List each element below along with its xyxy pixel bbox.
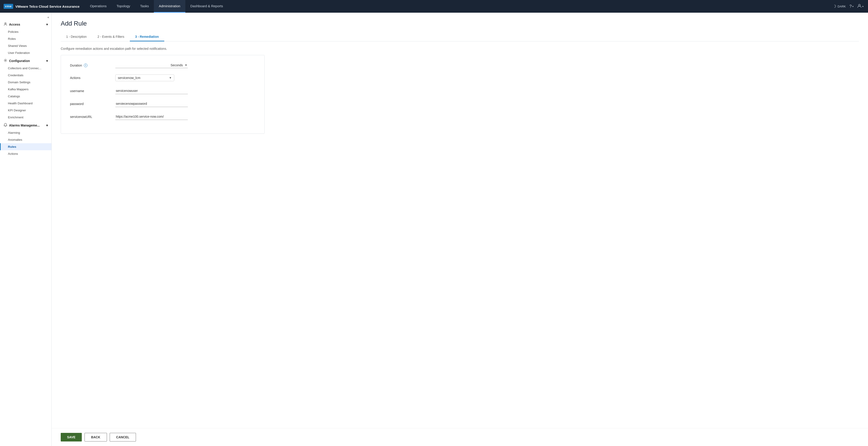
top-nav: vmw VMware Telco Cloud Service Assurance… [0,0,868,13]
tab-remediation[interactable]: 3 - Remediation [130,33,164,41]
sidebar-item-actions[interactable]: Actions [0,150,52,157]
sidebar-item-kafka-mappers[interactable]: Kafka Mappers [0,86,52,93]
password-row: password [70,100,255,107]
nav-operations[interactable]: Operations [85,0,112,13]
sidebar-item-kpi-designer[interactable]: KPI Designer [0,107,52,114]
sidebar-item-shared-views[interactable]: Shared Views [0,42,52,49]
app-title: VMware Telco Cloud Service Assurance [16,4,80,8]
save-button[interactable]: SAVE [61,433,82,442]
access-chevron: ▾ [46,23,48,26]
sidebar-item-user-federation[interactable]: User Federation [0,49,52,56]
configuration-icon [4,59,7,63]
dark-label: DARK [838,5,846,8]
sidebar-section-configuration[interactable]: Configuration ▾ [0,56,52,65]
password-control [115,100,188,107]
vmw-logo: vmw [4,4,13,9]
sidebar-item-anomalies[interactable]: Anomalies [0,136,52,143]
tab-description[interactable]: 1 - Description [61,33,92,41]
alarms-label: Alarms Manageme... [9,124,40,127]
svg-point-2 [5,60,6,61]
sidebar-item-catalogs[interactable]: Catalogs [0,93,52,100]
sidebar-section-access[interactable]: Access ▾ [0,20,52,28]
access-label: Access [9,23,20,26]
actions-arrow: ▼ [169,76,172,79]
sidebar-section-alarms[interactable]: Alarms Manageme... ▾ [0,121,52,129]
nav-items: Operations Topology Tasks Administration… [85,0,833,13]
username-label: username [70,89,115,93]
user-menu-button[interactable]: ▾ [857,4,864,9]
servicenow-url-label: servicenowURL [70,115,115,118]
nav-tasks[interactable]: Tasks [135,0,154,13]
username-input[interactable] [115,88,188,94]
back-button[interactable]: BACK [85,433,107,442]
page-container: Add Rule 1 - Description 2 - Events & Fi… [52,13,868,428]
password-input[interactable] [115,100,188,107]
password-label: password [70,102,115,106]
username-row: username [70,88,255,94]
form-description: Configure remediation actions and escala… [61,47,859,50]
nav-dashboard[interactable]: Dashboard & Reports [185,0,228,13]
access-icon [4,22,7,27]
configuration-label: Configuration [9,59,30,63]
dark-mode-toggle[interactable]: ☽ DARK [833,4,846,9]
sidebar-item-roles[interactable]: Roles [0,35,52,42]
cancel-button[interactable]: CANCEL [110,433,136,442]
svg-point-0 [859,4,860,6]
duration-arrow: ▼ [185,64,187,67]
username-control [115,88,188,94]
duration-control: Seconds ▼ [115,63,188,68]
page-title: Add Rule [61,20,859,27]
tabs: 1 - Description 2 - Events & Filters 3 -… [61,33,859,41]
nav-right: ☽ DARK ? ▾ ▾ [833,4,868,9]
servicenow-url-control [115,113,188,120]
servicenow-url-row: servicenowURL [70,113,255,120]
duration-select[interactable]: Seconds ▼ [115,63,188,68]
sidebar-item-rules[interactable]: Rules [0,143,52,150]
sidebar-item-alarming[interactable]: Alarming [0,129,52,136]
svg-point-1 [5,23,6,24]
actions-label: Actions [70,76,115,80]
main-content: Add Rule 1 - Description 2 - Events & Fi… [52,13,868,446]
sidebar-item-collectors[interactable]: Collectors and Connec... [0,65,52,72]
sidebar-item-enrichment[interactable]: Enrichment [0,114,52,121]
servicenow-url-input[interactable] [115,113,188,120]
duration-row: Duration i Seconds ▼ [70,63,255,68]
main-layout: « Access ▾ Policies Roles Shared Views U… [0,13,868,446]
actions-dropdown[interactable]: servicenow_lcm ▼ [115,74,174,81]
collapse-icon: « [48,15,49,19]
tab-events-filters[interactable]: 2 - Events & Filters [92,33,130,41]
sidebar-collapse-button[interactable]: « [0,13,52,20]
nav-topology[interactable]: Topology [112,0,135,13]
form-card: Duration i Seconds ▼ Actions [61,55,265,134]
duration-info-icon[interactable]: i [84,64,88,67]
actions-value: servicenow_lcm [118,76,169,80]
user-chevron: ▾ [862,5,864,8]
configuration-chevron: ▾ [46,59,48,63]
alarms-icon [4,123,7,127]
sidebar-item-domain-settings[interactable]: Domain Settings [0,79,52,86]
actions-row: Actions servicenow_lcm ▼ [70,74,255,81]
help-icon: ? [849,4,852,9]
user-icon [857,4,862,9]
bottom-bar: SAVE BACK CANCEL [52,428,868,446]
moon-icon: ☽ [833,4,836,9]
help-button[interactable]: ? ▾ [849,4,854,9]
help-chevron: ▾ [852,5,854,8]
duration-label: Duration i [70,64,115,67]
duration-value: Seconds [116,63,183,67]
sidebar: « Access ▾ Policies Roles Shared Views U… [0,13,52,446]
app-logo: vmw VMware Telco Cloud Service Assurance [4,4,80,9]
nav-administration[interactable]: Administration [154,0,185,13]
alarms-chevron: ▾ [46,124,48,127]
sidebar-item-policies[interactable]: Policies [0,28,52,35]
sidebar-item-credentials[interactable]: Credentials [0,72,52,79]
sidebar-item-health-dashboard[interactable]: Health Dashboard [0,100,52,107]
actions-control: servicenow_lcm ▼ [115,74,188,81]
